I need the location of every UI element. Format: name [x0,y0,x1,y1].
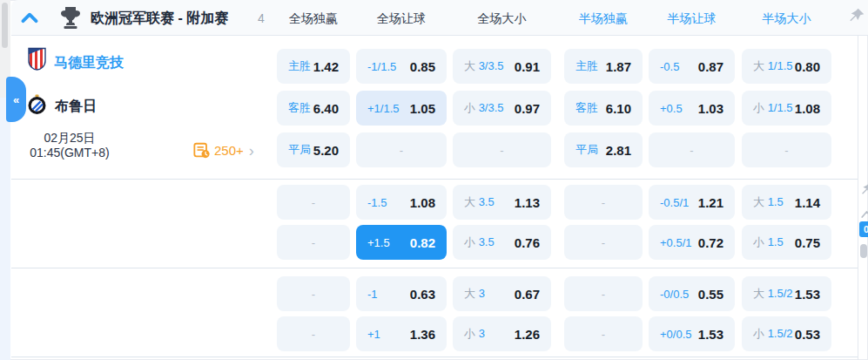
odds-cell-r1-c2[interactable]: -1/1.50.85 [356,49,447,84]
odds-cell-r1-c1[interactable]: 主胜1.42 [277,49,350,84]
odds-cell-r5-c3[interactable]: 小 3.50.76 [453,225,551,260]
more-markets-link[interactable]: 250+ › [193,142,254,159]
odds-cell-r2-c5[interactable]: +0.51.03 [649,91,735,126]
odds-cell-r2-c2[interactable]: +1/1.51.05 [356,91,447,126]
pin-match-button[interactable] [848,7,865,24]
odds-label: 大 3.5 [464,194,495,210]
odds-value: 5.20 [313,143,339,158]
group-divider [11,179,858,180]
odds-value: 0.82 [410,235,435,250]
odds-cell-r1-c6[interactable]: 大 1/1.50.80 [742,49,831,84]
match-time: 01:45(GMT+8) [19,146,120,160]
odds-value: 0.91 [515,59,540,74]
odds-cell-r5-c5[interactable]: +0.5/10.72 [649,225,735,260]
odds-label: -1.5 [367,196,387,209]
odds-cell-r5-c2[interactable]: +1.50.82 [356,225,447,260]
odds-cell-r4-c2[interactable]: -1.51.08 [356,185,447,220]
collapse-chevrons-icon: « [13,93,19,106]
edge-stats-icon[interactable] [860,204,868,220]
home-team-name: 马德里竞技 [54,54,124,72]
empty-odds-placeholder: - [500,144,503,157]
odds-value: 0.67 [515,287,540,302]
odds-label: 平局 [288,142,311,158]
odds-cell-r2-c6[interactable]: 小 1/1.51.08 [742,91,831,126]
odds-cell-r6-c4: - [564,276,643,311]
odds-cell-r3-c6: - [742,132,831,167]
markets-list-icon [193,142,211,159]
edge-scrollbar-thumb[interactable] [860,244,867,258]
group-divider [11,357,858,357]
odds-label: -1/1.5 [367,60,396,73]
badge-count: 0 [864,224,868,234]
odds-cell-r1-c5[interactable]: -0.50.87 [649,49,735,84]
odds-value: 6.40 [313,101,339,116]
odds-cell-r7-c6[interactable]: 小 1.5/20.53 [742,316,831,351]
odds-cell-r1-c4[interactable]: 主胜1.87 [564,49,643,84]
odds-cell-r6-c5[interactable]: -0/0.50.55 [649,276,735,311]
odds-cell-r7-c3[interactable]: 小 31.26 [453,316,551,351]
odds-cell-r7-c2[interactable]: +11.36 [356,316,447,351]
odds-label: 大 1.5/2 [753,286,793,302]
odds-cell-r2-c4[interactable]: 客胜6.10 [564,91,643,126]
odds-value: 0.80 [795,59,820,74]
empty-odds-placeholder: - [312,236,315,249]
empty-odds-placeholder: - [602,236,605,249]
odds-value: 1.14 [795,195,820,210]
odds-cell-r7-c1: - [277,316,350,351]
odds-value: 0.72 [698,235,723,250]
odds-label: 小 1.5 [753,234,784,250]
sidebar-collapse-tab[interactable]: « [6,77,26,122]
odds-cell-r4-c5[interactable]: -0.5/11.21 [649,185,735,220]
odds-value: 1.53 [698,327,723,342]
left-rail-bottom [0,98,10,360]
odds-value: 0.53 [795,327,820,342]
odds-value: 1.87 [606,59,631,74]
odds-label: -1 [367,288,378,301]
odds-label: 小 1.5/2 [753,326,793,342]
odds-cell-r1-c3[interactable]: 大 3/3.50.91 [453,49,551,84]
odds-value: 0.97 [515,101,540,116]
odds-label: +0/0.5 [660,328,692,341]
column-header-half-ou: 半场大小 [742,11,831,27]
odds-label: -0.5/1 [660,196,689,209]
odds-label: +1 [367,328,380,341]
odds-label: +0.5/1 [660,236,692,249]
odds-cell-r2-c3[interactable]: 小 3/3.50.97 [453,91,551,126]
odds-cell-r3-c1[interactable]: 平局5.20 [277,132,350,167]
odds-value: 1.13 [515,195,540,210]
odds-label: 主胜 [575,58,598,74]
empty-odds-placeholder: - [602,328,605,341]
odds-label: -0/0.5 [660,288,689,301]
empty-odds-placeholder: - [690,144,693,157]
market-count: 4 [258,11,265,25]
empty-odds-placeholder: - [784,144,788,157]
odds-value: 1.21 [698,195,723,210]
edge-pin-icon[interactable] [860,181,868,197]
away-team-logo [27,94,47,119]
odds-cell-r4-c6[interactable]: 大 1.51.14 [742,185,831,220]
odds-value: 0.87 [698,59,723,74]
empty-odds-placeholder: - [312,328,315,341]
odds-cell-r7-c5[interactable]: +0/0.51.53 [649,316,735,351]
odds-cell-r4-c3[interactable]: 大 3.51.13 [453,185,551,220]
odds-cell-r7-c4: - [564,316,643,351]
odds-cell-r5-c4: - [564,225,643,260]
odds-label: 小 1/1.5 [753,100,793,116]
collapse-section-button[interactable] [21,10,38,24]
bet-slip-count-badge: 0 [859,221,868,237]
odds-label: 小 3 [464,326,485,342]
home-team-logo [27,47,47,75]
odds-cell-r3-c4[interactable]: 平局2.81 [564,132,643,167]
odds-cell-r6-c2[interactable]: -10.63 [356,276,447,311]
odds-cell-r3-c2: - [356,132,447,167]
odds-cell-r2-c1[interactable]: 客胜6.40 [277,91,350,126]
odds-cell-r4-c4: - [564,185,643,220]
odds-cell-r6-c6[interactable]: 大 1.5/21.53 [742,276,831,311]
odds-cell-r6-c3[interactable]: 大 30.67 [453,276,551,311]
odds-cell-r5-c6[interactable]: 小 1.50.75 [742,225,831,260]
odds-value: 1.36 [410,327,435,342]
odds-cell-r3-c5: - [649,132,735,167]
empty-odds-placeholder: - [400,144,403,157]
odds-label: 客胜 [288,100,311,116]
left-scrollbar-thumb[interactable] [2,3,8,48]
